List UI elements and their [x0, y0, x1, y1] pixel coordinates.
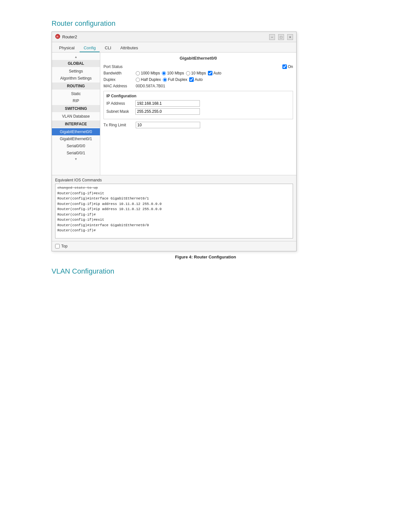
ip-config-title: IP Configuration [106, 94, 290, 98]
port-status-text: On [288, 64, 293, 69]
subnet-mask-row: Subnet Mask [106, 108, 290, 115]
window-title: Router2 [62, 34, 269, 39]
window-controls: − □ × [269, 34, 293, 40]
sidebar-section-switching: SWITCHING [52, 105, 100, 112]
duplex-value: Half Duplex Full Duplex Auto [136, 77, 293, 82]
bandwidth-auto-label: Auto [213, 71, 221, 75]
scroll-up-icon[interactable]: ▲ [52, 54, 100, 59]
section-heading-vlan: VLAN Configuration [52, 267, 359, 276]
tab-cli[interactable]: CLI [101, 44, 115, 52]
minimize-button[interactable]: − [269, 34, 275, 40]
port-status-row: Port Status On [103, 64, 293, 69]
half-duplex-label: Half Duplex [136, 77, 161, 82]
port-status-value: On [136, 64, 293, 69]
sidebar-section-interface: INTERFACE [52, 121, 100, 128]
scroll-down-icon[interactable]: ▼ [52, 157, 100, 161]
ip-address-input[interactable] [135, 100, 200, 107]
ios-line-7: Router(config)#interface GigabitEthernet… [57, 223, 291, 228]
ios-line-0: changed state to up [57, 185, 291, 191]
duplex-auto-checkbox[interactable] [189, 77, 194, 82]
subnet-mask-input[interactable] [135, 108, 200, 115]
tab-physical[interactable]: Physical [55, 44, 78, 52]
right-panel: GigabitEthernet0/0 Port Status On Bandwi… [100, 53, 296, 175]
bandwidth-auto-checkbox[interactable] [208, 71, 212, 75]
bandwidth-auto-wrapper: Auto [208, 71, 221, 75]
tab-attributes[interactable]: Attributes [116, 44, 142, 52]
section-heading-router: Router configuration [52, 19, 359, 28]
bandwidth-label: Bandwidth [103, 71, 136, 75]
bandwidth-10-label: 10 Mbps [186, 71, 206, 75]
ios-line-8: Router(config-if)# [57, 228, 291, 233]
bandwidth-row: Bandwidth 1000 Mbps 100 Mbps 10 Mbps [103, 71, 293, 75]
restore-button[interactable]: □ [278, 34, 284, 40]
ios-commands-label: Equivalent IOS Commands [55, 178, 293, 182]
duplex-auto-label: Auto [195, 77, 203, 82]
sidebar-item-algorithm-settings[interactable]: Algorithm Settings [52, 75, 100, 82]
full-duplex-radio[interactable] [163, 78, 167, 82]
ios-line-1: Router(config-if)#exit [57, 191, 291, 196]
duplex-label: Duplex [103, 77, 136, 82]
ios-line-3: Router(config-if)#ip address 10.11.0.12 … [57, 201, 291, 207]
top-checkbox[interactable] [55, 244, 60, 248]
ios-line-6: Router(config-if)#exit [57, 217, 291, 223]
router-config-window: R Router2 − □ × Physical Config CLI Attr… [52, 32, 297, 251]
bandwidth-1000-label: 1000 Mbps [136, 71, 160, 75]
mac-value: 00D0.587A.7B01 [136, 84, 293, 88]
figure-caption: Figure 4: Router Configuration [52, 255, 359, 259]
sidebar-item-vlan-database[interactable]: VLAN Database [52, 113, 100, 120]
bandwidth-1000-radio[interactable] [136, 71, 140, 75]
ip-address-row: IP Address [106, 100, 290, 107]
ios-line-4: Router(config-if)#ip address 10.11.0.12 … [57, 207, 291, 212]
mac-row: MAC Address 00D0.587A.7B01 [103, 84, 293, 88]
bandwidth-100-radio[interactable] [162, 71, 166, 75]
close-button[interactable]: × [287, 34, 293, 40]
sidebar-item-gigabit0-0[interactable]: GigabitEthernet0/0 [52, 128, 100, 135]
sidebar-item-gigabit0-1[interactable]: GigabitEthernet0/1 [52, 135, 100, 142]
top-label: Top [61, 244, 67, 248]
sidebar-section-routing: ROUTING [52, 82, 100, 90]
router-icon: R [55, 34, 60, 40]
port-status-label: Port Status [103, 64, 136, 69]
port-status-checkbox[interactable] [282, 64, 287, 69]
sidebar-section-global: GLOBAL [52, 60, 100, 67]
subnet-mask-label: Subnet Mask [106, 109, 135, 114]
full-duplex-label: Full Duplex [163, 77, 187, 82]
tx-ring-row: Tx Ring Limit [103, 122, 293, 128]
bandwidth-100-label: 100 Mbps [162, 71, 184, 75]
tabs-bar: Physical Config CLI Attributes [52, 42, 296, 53]
ios-line-2: Router(config)#interface GigabitEthernet… [57, 196, 291, 201]
ios-commands-section: Equivalent IOS Commands changed state to… [52, 175, 296, 241]
sidebar-item-settings[interactable]: Settings [52, 68, 100, 75]
ios-console[interactable]: changed state to up Router(config-if)#ex… [55, 184, 293, 238]
ios-line-5: Router(config-if)# [57, 212, 291, 218]
half-duplex-radio[interactable] [136, 78, 140, 82]
sidebar-item-serial0-0-0[interactable]: Serial0/0/0 [52, 142, 100, 150]
tab-config[interactable]: Config [80, 44, 100, 52]
ip-config-section: IP Configuration IP Address Subnet Mask [103, 91, 293, 119]
window-titlebar: R Router2 − □ × [52, 32, 296, 42]
panel-header: GigabitEthernet0/0 [103, 56, 293, 62]
ip-address-label: IP Address [106, 101, 135, 106]
svg-text:R: R [56, 35, 59, 38]
sidebar-item-rip[interactable]: RIP [52, 97, 100, 104]
tx-ring-label: Tx Ring Limit [103, 123, 136, 127]
mac-address-display: 00D0.587A.7B01 [136, 84, 165, 88]
tx-ring-input[interactable] [136, 122, 200, 128]
port-status-checkbox-wrapper: On [282, 64, 293, 69]
duplex-auto-wrapper: Auto [189, 77, 203, 82]
window-body: ▲ GLOBAL Settings Algorithm Settings ROU… [52, 53, 296, 175]
bandwidth-value: 1000 Mbps 100 Mbps 10 Mbps Auto [136, 71, 293, 75]
mac-label: MAC Address [103, 84, 136, 88]
bandwidth-10-radio[interactable] [186, 71, 190, 75]
sidebar-item-serial0-0-1[interactable]: Serial0/0/1 [52, 150, 100, 157]
sidebar: ▲ GLOBAL Settings Algorithm Settings ROU… [52, 53, 100, 175]
bottom-bar: Top [52, 241, 296, 251]
duplex-row: Duplex Half Duplex Full Duplex Auto [103, 77, 293, 82]
sidebar-item-static[interactable]: Static [52, 90, 100, 97]
